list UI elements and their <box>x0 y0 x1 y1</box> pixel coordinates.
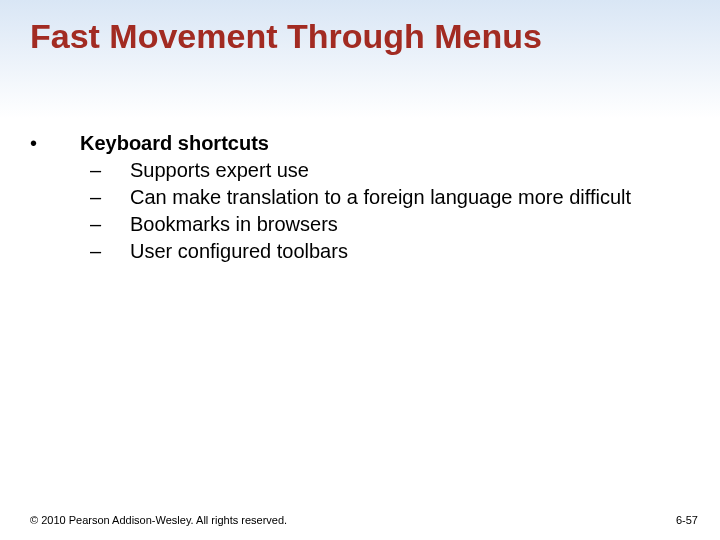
subitem-text: Bookmarks in browsers <box>130 211 690 238</box>
bullet-heading: Keyboard shortcuts <box>80 130 690 157</box>
bullet-icon: • <box>30 130 80 157</box>
subitem: – User configured toolbars <box>80 238 690 265</box>
page-number: 6-57 <box>676 514 698 526</box>
dash-icon: – <box>80 157 130 184</box>
slide: Fast Movement Through Menus • Keyboard s… <box>0 0 720 540</box>
subitem: – Supports expert use <box>80 157 690 184</box>
dash-icon: – <box>80 238 130 265</box>
subitem-text: User configured toolbars <box>130 238 690 265</box>
slide-title: Fast Movement Through Menus <box>30 18 690 55</box>
dash-icon: – <box>80 184 130 211</box>
subitem: – Can make translation to a foreign lang… <box>80 184 690 211</box>
subitem: – Bookmarks in browsers <box>80 211 690 238</box>
subitem-text: Can make translation to a foreign langua… <box>130 184 690 211</box>
dash-icon: – <box>80 211 130 238</box>
bullet-level1: • Keyboard shortcuts <box>30 130 690 157</box>
slide-body: • Keyboard shortcuts – Supports expert u… <box>30 130 690 265</box>
subitem-text: Supports expert use <box>130 157 690 184</box>
copyright-text: © 2010 Pearson Addison-Wesley. All right… <box>30 514 287 526</box>
